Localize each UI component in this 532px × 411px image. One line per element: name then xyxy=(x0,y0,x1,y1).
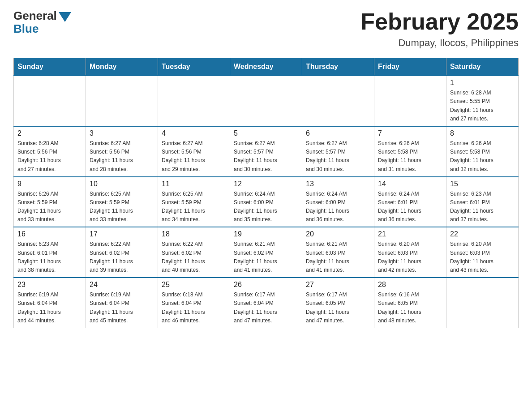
day-info: Sunrise: 6:27 AMSunset: 5:57 PMDaylight:… xyxy=(306,139,370,174)
weekday-header-saturday: Saturday xyxy=(446,58,519,76)
day-info: Sunrise: 6:23 AMSunset: 6:01 PMDaylight:… xyxy=(17,240,82,274)
day-info: Sunrise: 6:27 AMSunset: 5:56 PMDaylight:… xyxy=(162,139,226,174)
weekday-header-row: SundayMondayTuesdayWednesdayThursdayFrid… xyxy=(14,58,519,76)
calendar-cell: 3Sunrise: 6:27 AMSunset: 5:56 PMDaylight… xyxy=(86,126,158,177)
calendar-cell: 16Sunrise: 6:23 AMSunset: 6:01 PMDayligh… xyxy=(14,227,86,278)
day-number: 18 xyxy=(162,230,226,238)
day-info: Sunrise: 6:25 AMSunset: 5:59 PMDaylight:… xyxy=(90,190,154,224)
calendar-cell: 24Sunrise: 6:19 AMSunset: 6:04 PMDayligh… xyxy=(86,278,158,328)
calendar-cell: 22Sunrise: 6:20 AMSunset: 6:03 PMDayligh… xyxy=(446,227,519,278)
day-info: Sunrise: 6:20 AMSunset: 6:03 PMDaylight:… xyxy=(378,240,442,274)
day-number: 17 xyxy=(90,230,154,238)
calendar-cell xyxy=(302,76,374,126)
day-number: 6 xyxy=(306,129,370,137)
logo-top: General xyxy=(13,9,71,23)
day-number: 8 xyxy=(450,129,515,137)
day-info: Sunrise: 6:17 AMSunset: 6:05 PMDaylight:… xyxy=(306,291,370,325)
calendar-cell: 20Sunrise: 6:21 AMSunset: 6:03 PMDayligh… xyxy=(302,227,374,278)
day-info: Sunrise: 6:18 AMSunset: 6:04 PMDaylight:… xyxy=(162,291,226,325)
day-number: 12 xyxy=(234,180,298,188)
day-info: Sunrise: 6:17 AMSunset: 6:04 PMDaylight:… xyxy=(234,291,298,325)
day-info: Sunrise: 6:25 AMSunset: 5:59 PMDaylight:… xyxy=(162,190,226,224)
day-info: Sunrise: 6:24 AMSunset: 6:01 PMDaylight:… xyxy=(378,190,442,224)
day-info: Sunrise: 6:26 AMSunset: 5:58 PMDaylight:… xyxy=(450,139,515,174)
calendar-cell xyxy=(158,76,230,126)
calendar-cell: 26Sunrise: 6:17 AMSunset: 6:04 PMDayligh… xyxy=(230,278,302,328)
day-number: 2 xyxy=(17,129,82,137)
calendar-cell: 13Sunrise: 6:24 AMSunset: 6:00 PMDayligh… xyxy=(302,177,374,227)
day-info: Sunrise: 6:16 AMSunset: 6:05 PMDaylight:… xyxy=(378,291,442,325)
calendar-cell: 8Sunrise: 6:26 AMSunset: 5:58 PMDaylight… xyxy=(446,126,519,177)
calendar-cell xyxy=(86,76,158,126)
calendar-cell: 23Sunrise: 6:19 AMSunset: 6:04 PMDayligh… xyxy=(14,278,86,328)
day-info: Sunrise: 6:28 AMSunset: 5:55 PMDaylight:… xyxy=(450,89,515,123)
weekday-header-monday: Monday xyxy=(86,58,158,76)
day-number: 26 xyxy=(234,281,298,289)
logo-triangle-icon xyxy=(59,12,71,22)
calendar-week-row-4: 16Sunrise: 6:23 AMSunset: 6:01 PMDayligh… xyxy=(14,227,519,278)
weekday-header-thursday: Thursday xyxy=(302,58,374,76)
day-info: Sunrise: 6:19 AMSunset: 6:04 PMDaylight:… xyxy=(17,291,82,325)
calendar-cell xyxy=(230,76,302,126)
day-number: 27 xyxy=(306,281,370,289)
calendar-cell: 18Sunrise: 6:22 AMSunset: 6:02 PMDayligh… xyxy=(158,227,230,278)
day-number: 19 xyxy=(234,230,298,238)
calendar-cell: 9Sunrise: 6:26 AMSunset: 5:59 PMDaylight… xyxy=(14,177,86,227)
day-info: Sunrise: 6:22 AMSunset: 6:02 PMDaylight:… xyxy=(90,240,154,274)
day-number: 4 xyxy=(162,129,226,137)
day-number: 1 xyxy=(450,79,515,87)
calendar-week-row-3: 9Sunrise: 6:26 AMSunset: 5:59 PMDaylight… xyxy=(14,177,519,227)
day-number: 15 xyxy=(450,180,515,188)
day-number: 14 xyxy=(378,180,442,188)
day-number: 24 xyxy=(90,281,154,289)
calendar-cell: 25Sunrise: 6:18 AMSunset: 6:04 PMDayligh… xyxy=(158,278,230,328)
calendar-cell xyxy=(374,76,446,126)
day-number: 5 xyxy=(234,129,298,137)
calendar-cell: 19Sunrise: 6:21 AMSunset: 6:02 PMDayligh… xyxy=(230,227,302,278)
day-info: Sunrise: 6:26 AMSunset: 5:58 PMDaylight:… xyxy=(378,139,442,174)
day-number: 22 xyxy=(450,230,515,238)
day-number: 21 xyxy=(378,230,442,238)
calendar-cell xyxy=(14,76,86,126)
day-info: Sunrise: 6:27 AMSunset: 5:56 PMDaylight:… xyxy=(90,139,154,174)
day-number: 25 xyxy=(162,281,226,289)
day-info: Sunrise: 6:24 AMSunset: 6:00 PMDaylight:… xyxy=(306,190,370,224)
calendar-cell: 4Sunrise: 6:27 AMSunset: 5:56 PMDaylight… xyxy=(158,126,230,177)
calendar-cell: 1Sunrise: 6:28 AMSunset: 5:55 PMDaylight… xyxy=(446,76,519,126)
calendar-week-row-2: 2Sunrise: 6:28 AMSunset: 5:56 PMDaylight… xyxy=(14,126,519,177)
day-info: Sunrise: 6:20 AMSunset: 6:03 PMDaylight:… xyxy=(450,240,515,274)
day-info: Sunrise: 6:27 AMSunset: 5:57 PMDaylight:… xyxy=(234,139,298,174)
month-title: February 2025 xyxy=(360,9,519,34)
day-number: 9 xyxy=(17,180,82,188)
calendar-cell: 7Sunrise: 6:26 AMSunset: 5:58 PMDaylight… xyxy=(374,126,446,177)
day-info: Sunrise: 6:22 AMSunset: 6:02 PMDaylight:… xyxy=(162,240,226,274)
calendar-cell: 21Sunrise: 6:20 AMSunset: 6:03 PMDayligh… xyxy=(374,227,446,278)
logo-general-text: General xyxy=(13,9,57,23)
day-number: 3 xyxy=(90,129,154,137)
day-info: Sunrise: 6:19 AMSunset: 6:04 PMDaylight:… xyxy=(90,291,154,325)
day-number: 11 xyxy=(162,180,226,188)
calendar-week-row-5: 23Sunrise: 6:19 AMSunset: 6:04 PMDayligh… xyxy=(14,278,519,328)
calendar-cell: 6Sunrise: 6:27 AMSunset: 5:57 PMDaylight… xyxy=(302,126,374,177)
calendar-cell: 17Sunrise: 6:22 AMSunset: 6:02 PMDayligh… xyxy=(86,227,158,278)
calendar-week-row-1: 1Sunrise: 6:28 AMSunset: 5:55 PMDaylight… xyxy=(14,76,519,126)
calendar-cell: 12Sunrise: 6:24 AMSunset: 6:00 PMDayligh… xyxy=(230,177,302,227)
page-header: General Blue February 2025 Dumpay, Iloco… xyxy=(13,9,519,49)
day-info: Sunrise: 6:28 AMSunset: 5:56 PMDaylight:… xyxy=(17,139,82,174)
day-number: 13 xyxy=(306,180,370,188)
weekday-header-sunday: Sunday xyxy=(14,58,86,76)
calendar-cell: 27Sunrise: 6:17 AMSunset: 6:05 PMDayligh… xyxy=(302,278,374,328)
day-info: Sunrise: 6:24 AMSunset: 6:00 PMDaylight:… xyxy=(234,190,298,224)
title-section: February 2025 Dumpay, Ilocos, Philippine… xyxy=(360,9,519,49)
calendar-cell: 5Sunrise: 6:27 AMSunset: 5:57 PMDaylight… xyxy=(230,126,302,177)
day-info: Sunrise: 6:23 AMSunset: 6:01 PMDaylight:… xyxy=(450,190,515,224)
calendar-table: SundayMondayTuesdayWednesdayThursdayFrid… xyxy=(13,58,519,328)
calendar-cell: 28Sunrise: 6:16 AMSunset: 6:05 PMDayligh… xyxy=(374,278,446,328)
calendar-cell: 14Sunrise: 6:24 AMSunset: 6:01 PMDayligh… xyxy=(374,177,446,227)
calendar-cell xyxy=(446,278,519,328)
calendar-cell: 15Sunrise: 6:23 AMSunset: 6:01 PMDayligh… xyxy=(446,177,519,227)
day-number: 23 xyxy=(17,281,82,289)
logo: General Blue xyxy=(13,9,71,36)
day-info: Sunrise: 6:21 AMSunset: 6:02 PMDaylight:… xyxy=(234,240,298,274)
calendar-cell: 2Sunrise: 6:28 AMSunset: 5:56 PMDaylight… xyxy=(14,126,86,177)
